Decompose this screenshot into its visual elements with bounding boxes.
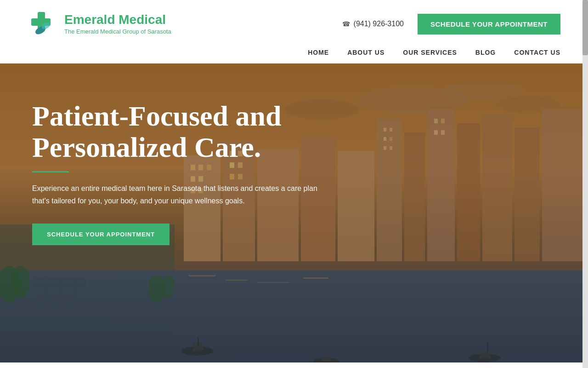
logo-icon [28,8,59,40]
main-nav: HOME ABOUT US OUR SERVICES BLOG CONTACT … [28,44,560,63]
nav-item-services[interactable]: OUR SERVICES [403,49,457,56]
phone-icon: ☎ [342,20,350,28]
scrollbar[interactable] [582,0,588,362]
header: Emerald Medical The Emerald Medical Grou… [0,0,588,63]
subtitle-rest: Medical Group of Sarasota [100,28,171,35]
brand-name-plain: Emerald [64,12,115,27]
hero-content: Patient-Focused and Personalized Care. E… [0,63,358,282]
hero-subtext: Experience an entire medical team here i… [32,183,326,207]
schedule-appointment-button-hero[interactable]: SCHEDULE YOUR APPOINTMENT [32,224,170,245]
scrollbar-thumb[interactable] [582,0,588,55]
subtitle-plain: The [64,28,74,35]
phone-number: (941) 926-3100 [354,20,404,28]
hero-section: Patient-Focused and Personalized Care. E… [0,63,588,362]
nav-item-about[interactable]: ABOUT US [347,49,384,56]
nav-item-blog[interactable]: BLOG [475,49,496,56]
phone-area: ☎ (941) 926-3100 [342,20,404,28]
nav-item-contact[interactable]: CONTACT US [514,49,560,56]
nav-item-home[interactable]: HOME [308,49,329,56]
logo-area[interactable]: Emerald Medical The Emerald Medical Grou… [28,8,171,40]
hero-divider [32,171,69,172]
hero-headline: Patient-Focused and Personalized Care. [32,100,326,163]
logo-text-area: Emerald Medical The Emerald Medical Grou… [64,13,171,35]
brand-name: Emerald Medical [64,13,171,27]
schedule-appointment-button-header[interactable]: SCHEDULE YOUR APPOINTMENT [418,14,560,34]
header-top: Emerald Medical The Emerald Medical Grou… [28,0,560,44]
brand-name-colored: Medical [119,12,166,27]
header-right: ☎ (941) 926-3100 SCHEDULE YOUR APPOINTME… [342,14,560,34]
brand-subtitle: The Emerald Medical Group of Sarasota [64,28,171,35]
subtitle-colored: Emerald [76,28,98,35]
